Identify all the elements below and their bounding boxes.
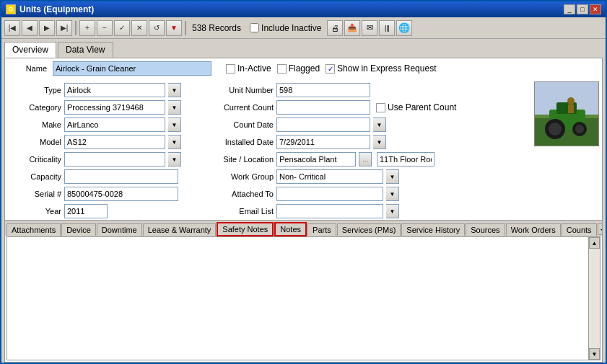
nav-next-button[interactable]: ▶ [39, 20, 55, 36]
email-list-label: Email List [209, 207, 274, 216]
toolbar: |◀ ◀ ▶ ▶| + − ✓ ✕ ↺ ▼ 538 Records Includ… [1, 17, 606, 39]
year-input[interactable] [64, 204, 108, 218]
mail-button[interactable]: ✉ [362, 20, 377, 36]
express-checkbox[interactable]: ✓ [326, 64, 335, 74]
attached-to-dropdown[interactable]: ▼ [386, 187, 399, 201]
minimize-button[interactable]: _ [564, 4, 575, 14]
unit-number-input[interactable] [276, 83, 370, 97]
attached-to-input[interactable] [276, 187, 383, 201]
flagged-checkbox[interactable] [277, 64, 287, 74]
sub-tab-service-history[interactable]: Service History [401, 223, 465, 236]
work-group-dropdown[interactable]: ▼ [386, 169, 399, 184]
sub-tab-device[interactable]: Device [61, 223, 96, 236]
category-input[interactable] [64, 100, 165, 115]
site-location-browse[interactable]: … [359, 152, 372, 167]
refresh-button[interactable]: ↺ [149, 20, 165, 36]
installed-date-input[interactable] [276, 135, 370, 149]
model-dropdown[interactable]: ▼ [168, 135, 181, 149]
export-button[interactable]: 📤 [344, 20, 360, 36]
nav-last-button[interactable]: ▶| [56, 20, 72, 36]
main-tabs: Overview Data View [1, 39, 606, 58]
cancel-button[interactable]: ✕ [131, 20, 147, 36]
sub-tab-work-orders[interactable]: Work Orders [506, 223, 561, 236]
sub-tab-parts[interactable]: Parts [307, 223, 336, 236]
sub-tab-sources[interactable]: Sources [466, 223, 505, 236]
scroll-down-button[interactable]: ▼ [589, 348, 600, 360]
type-dropdown[interactable]: ▼ [168, 83, 181, 97]
save-button[interactable]: ✓ [114, 20, 130, 36]
close-button[interactable]: ✕ [590, 4, 601, 14]
print-button[interactable]: 🖨 [327, 20, 343, 36]
equipment-photo [534, 81, 599, 146]
tab-overview[interactable]: Overview [4, 42, 56, 58]
nav-first-button[interactable]: |◀ [4, 20, 20, 36]
delete-button[interactable]: − [97, 20, 113, 36]
attached-to-row: Attached To ▼ [209, 187, 596, 201]
scrollbar-vertical: ▲ ▼ [588, 237, 600, 360]
category-row: Category ▼ [11, 100, 200, 115]
sub-tab-notes[interactable]: Notes [274, 222, 307, 236]
type-input[interactable] [64, 83, 165, 97]
serial-input[interactable] [64, 187, 178, 201]
email-list-dropdown[interactable]: ▼ [386, 204, 399, 218]
use-parent-count-wrap[interactable]: Use Parent Count [376, 102, 456, 112]
svg-point-9 [567, 97, 575, 105]
current-count-label: Current Count [209, 103, 274, 112]
serial-row: Serial # [11, 187, 200, 201]
criticality-label: Criticality [11, 155, 61, 164]
sub-tabs-row: Attachments Device Downtime Lease & Warr… [5, 220, 602, 236]
inactive-checkbox-wrap[interactable]: In-Active [226, 63, 271, 74]
sub-tab-lease-warranty[interactable]: Lease & Warranty [143, 223, 217, 236]
tab-data-view[interactable]: Data View [58, 42, 113, 58]
inactive-checkbox[interactable] [226, 64, 235, 74]
criticality-input[interactable] [64, 152, 165, 167]
express-checkbox-wrap[interactable]: ✓ Show in Express Request [326, 63, 436, 74]
use-parent-count-checkbox[interactable] [376, 103, 385, 112]
model-row: Model ▼ [11, 135, 200, 149]
sub-tab-prev-button[interactable]: ◀ [598, 223, 602, 235]
site-location-input[interactable] [276, 152, 356, 167]
window-title: Units (Equipment) [19, 4, 94, 14]
sub-tab-attachments[interactable]: Attachments [6, 223, 61, 236]
barcode-button[interactable]: ||| [379, 20, 395, 36]
criticality-dropdown[interactable]: ▼ [168, 152, 181, 167]
filter-button[interactable]: ▼ [166, 20, 182, 36]
sub-tab-safety-notes[interactable]: Safety Notes [217, 222, 274, 236]
help-button[interactable]: 🌐 [396, 20, 412, 36]
title-bar: ⚙ Units (Equipment) _ □ ✕ [1, 1, 606, 17]
installed-date-dropdown[interactable]: ▼ [373, 135, 386, 149]
count-date-input[interactable] [276, 117, 370, 132]
maximize-button[interactable]: □ [577, 4, 588, 14]
make-input[interactable] [64, 117, 165, 132]
category-dropdown[interactable]: ▼ [168, 100, 181, 115]
type-row: Type ▼ [11, 83, 200, 97]
type-label: Type [11, 86, 61, 94]
site-location-label: Site / Location [209, 155, 274, 164]
work-group-input[interactable] [276, 169, 383, 184]
scroll-up-button[interactable]: ▲ [589, 237, 600, 249]
sub-tab-counts[interactable]: Counts [562, 223, 597, 236]
category-label: Category [11, 103, 61, 112]
sub-tab-services[interactable]: Services (PMs) [337, 223, 401, 236]
express-label: Show in Express Request [337, 63, 436, 74]
scroll-track[interactable] [589, 249, 600, 348]
flagged-checkbox-wrap[interactable]: Flagged [277, 63, 320, 74]
serial-label: Serial # [11, 190, 61, 198]
sub-tab-downtime[interactable]: Downtime [97, 223, 142, 236]
capacity-input[interactable] [64, 169, 178, 184]
nav-prev-button[interactable]: ◀ [22, 20, 38, 36]
make-dropdown[interactable]: ▼ [168, 117, 181, 132]
model-label: Model [11, 138, 61, 146]
work-group-row: Work Group ▼ [209, 169, 596, 184]
count-date-dropdown[interactable]: ▼ [373, 117, 386, 132]
name-row: Name In-Active Flagged ✓ Show in Express… [5, 58, 602, 79]
toolbar-separator-2 [185, 21, 186, 35]
current-count-input[interactable] [276, 100, 370, 115]
email-list-input[interactable] [276, 204, 383, 218]
include-inactive-checkbox[interactable] [250, 23, 259, 32]
records-count: 538 Records [192, 23, 241, 33]
name-input[interactable] [53, 61, 211, 76]
site-location-extra[interactable] [377, 152, 434, 167]
add-button[interactable]: + [79, 20, 95, 36]
model-input[interactable] [64, 135, 165, 149]
